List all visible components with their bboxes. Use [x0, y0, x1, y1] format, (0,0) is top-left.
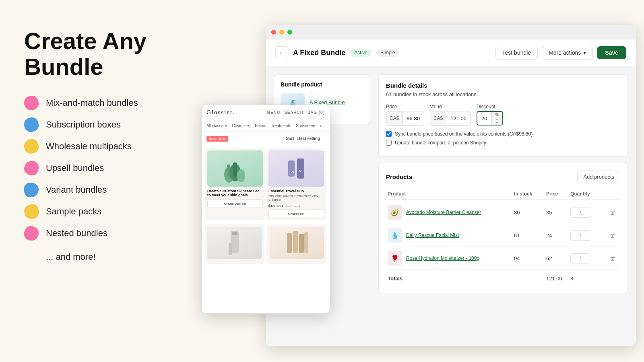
product-card-img-1: [207, 150, 263, 187]
price-value: 96.80: [402, 115, 424, 121]
badge-active: Active: [350, 49, 372, 57]
blob-variant: [24, 183, 39, 197]
category-bar: All skincare Cleansers Balms Treatments …: [202, 120, 330, 132]
save-badge: Save 10%: [206, 136, 228, 142]
blob-nested: [24, 226, 39, 241]
save-button[interactable]: Save: [597, 46, 626, 59]
qty-input-3[interactable]: [570, 253, 591, 263]
svg-rect-5: [288, 160, 295, 177]
checkbox-sync-row: Sync bundle price based on the value of …: [386, 131, 620, 137]
glossier-product-grid: Create a Custom Skincare Set to meet you…: [202, 146, 330, 223]
traffic-light-yellow[interactable]: [279, 30, 284, 35]
col-product: Product: [388, 191, 514, 197]
glossier-product-desc-2: Mini After Baume + Mini Milky Jelly Clea…: [268, 194, 324, 202]
blob-mix: [24, 96, 39, 110]
product-card-img-3: [207, 227, 262, 259]
cat-sunscreen[interactable]: Sunscreen: [296, 123, 315, 128]
price-3: 62: [546, 255, 570, 261]
checkbox-compare-row: Update bundle compare at price in Shopif…: [386, 140, 620, 146]
discount-up-arrow[interactable]: ▲: [495, 118, 499, 121]
price-2: 24: [546, 232, 570, 239]
back-button[interactable]: ←: [275, 46, 288, 59]
browser-nav: Glossier. MENU SEARCH BAG (0): [202, 105, 330, 120]
price-input-wrapper[interactable]: CA$ 96.80: [386, 111, 424, 125]
feature-sample: Sample packs: [24, 204, 209, 219]
value-input-wrapper[interactable]: CA$ 121.00: [430, 111, 471, 125]
glossier-product-name-2: Essential Travel Duo: [268, 189, 324, 193]
table-row: 🌹 Rose Hydration Moisturizer - 100g 94 6…: [386, 247, 620, 270]
totals-qty: 3: [570, 276, 607, 282]
col-actions: [607, 191, 619, 197]
product-name-link-3[interactable]: Rose Hydration Moisturizer - 100g: [406, 255, 479, 261]
discount-percent: %: [495, 112, 499, 117]
discount-input-wrapper[interactable]: 20 % ▲ ▼: [477, 111, 503, 125]
cat-balms[interactable]: Balms: [255, 123, 266, 128]
add-products-button[interactable]: Add products: [577, 171, 620, 183]
delete-btn-1[interactable]: 🗑: [607, 209, 619, 216]
cat-cleansers[interactable]: Cleansers: [232, 123, 250, 128]
value-value: 121.00: [446, 115, 471, 121]
blob-subscription: [24, 117, 39, 132]
blob-wholesale: [24, 139, 39, 154]
window-titlebar: [266, 25, 636, 39]
feature-upsell: Upsell bundles: [24, 161, 209, 175]
cat-all-skincare[interactable]: All skincare: [206, 123, 227, 128]
cat-treatments[interactable]: Treatments: [271, 123, 291, 128]
feature-label-variant: Variant bundles: [46, 185, 107, 195]
glossier-browser-overlay: Glossier. MENU SEARCH BAG (0) All skinca…: [201, 105, 330, 314]
feature-label-nested: Nested bundles: [46, 228, 107, 239]
price-1: 35: [546, 210, 570, 216]
bundle-stock-info: 61 bundles in stock across all locations…: [386, 91, 620, 97]
products-title: Products: [386, 173, 412, 180]
svg-rect-4: [233, 162, 237, 177]
bundle-details-card: Bundle details 61 bundles in stock acros…: [378, 74, 628, 156]
glossier-product-3: [205, 224, 264, 264]
product-name-link-2[interactable]: Daily Rescue Facial Mist: [406, 232, 459, 238]
bundle-title: A Fixed Bundle: [293, 49, 345, 57]
blob-sample: [24, 204, 39, 219]
price-row: Price CA$ 96.80 Value CA$: [386, 104, 620, 125]
product-cell-3: 🌹 Rose Hydration Moisturizer - 100g: [388, 251, 514, 265]
product-name-link-1[interactable]: Avocado Moisture Barrier Cleanser: [406, 210, 481, 215]
feature-label-subscription: Subscription boxes: [46, 119, 121, 130]
delete-btn-2[interactable]: 🗑: [607, 232, 619, 239]
chevron-down-icon: ▾: [583, 49, 586, 56]
table-header: Product In stock Price Quantity: [386, 189, 620, 200]
feature-mix: Mix-and-match bundles: [24, 96, 209, 110]
more-actions-button[interactable]: More actions ▾: [542, 46, 593, 60]
traffic-light-green[interactable]: [287, 30, 292, 35]
qty-input-2[interactable]: [570, 230, 591, 241]
nav-menu[interactable]: MENU: [267, 110, 280, 115]
traffic-light-red[interactable]: [271, 30, 276, 35]
feature-label-wholesale: Wholesale multipacks: [46, 141, 132, 152]
test-bundle-button[interactable]: Test bundle: [495, 46, 538, 60]
product-thumb-2: 💧: [388, 228, 402, 243]
nav-bag[interactable]: BAG (0): [308, 110, 325, 115]
blob-upsell: [24, 161, 39, 175]
cat-more-icon[interactable]: ›: [320, 123, 321, 128]
products-card: Products Add products Product In stock P…: [378, 163, 628, 293]
sync-checkbox[interactable]: [386, 131, 392, 137]
nav-search[interactable]: SEARCH: [284, 110, 303, 115]
svg-rect-14: [299, 234, 304, 253]
sync-checkbox-label: Sync bundle price based on the value of …: [395, 131, 533, 137]
discount-field: Discount 20 % ▲ ▼: [477, 104, 503, 125]
price-label: Price: [386, 104, 424, 109]
qty-input-1[interactable]: [570, 208, 591, 218]
glossier-product-name-1: Create a Custom Skincare Set to meet you…: [207, 189, 263, 197]
table-row: 🥑 Avocado Moisture Barrier Cleanser 80 3…: [386, 201, 620, 224]
col-in-stock: In stock: [514, 191, 546, 197]
delete-btn-3[interactable]: 🗑: [607, 255, 619, 261]
more-actions-label: More actions: [549, 49, 581, 56]
feature-label-sample: Sample packs: [46, 206, 101, 217]
glossier-btn-2[interactable]: Choose set: [268, 210, 324, 218]
product-cell-2: 💧 Daily Rescue Facial Mist: [388, 228, 514, 243]
discount-suffix: % ▲ ▼: [491, 112, 502, 125]
svg-rect-3: [227, 165, 230, 177]
glossier-btn-1[interactable]: Create your set: [207, 200, 263, 208]
discount-down-arrow[interactable]: ▼: [495, 121, 499, 125]
and-more-text: ... and more!: [24, 252, 209, 262]
table-row: 💧 Daily Rescue Facial Mist 61 24 🗑: [386, 224, 620, 247]
svg-rect-12: [287, 233, 292, 253]
compare-checkbox[interactable]: [386, 140, 392, 146]
